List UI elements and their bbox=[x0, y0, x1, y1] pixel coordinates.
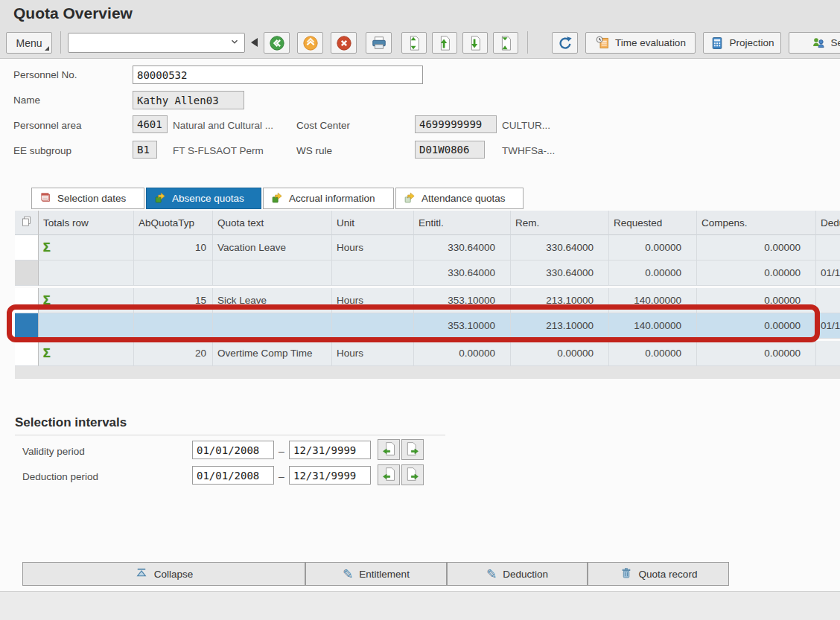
deduction-previous-interval-button[interactable] bbox=[378, 464, 400, 485]
toolbar-separator bbox=[60, 31, 61, 54]
menu-button-label: Menu bbox=[16, 37, 42, 49]
page-down-icon bbox=[467, 35, 483, 51]
back-button[interactable] bbox=[264, 32, 290, 54]
cost-center-text: CULTUR... bbox=[502, 120, 550, 131]
table-row[interactable]: Σ 10 Vacation Leave Hours 330.64000 330.… bbox=[15, 235, 840, 261]
deduction-label: Deduction bbox=[503, 569, 548, 580]
tab-label: Absence quotas bbox=[172, 193, 244, 204]
exit-button[interactable] bbox=[297, 32, 323, 54]
print-button[interactable] bbox=[366, 32, 392, 54]
page-down-up-icon bbox=[497, 35, 514, 51]
page-up-down-icon bbox=[406, 35, 422, 51]
validity-previous-interval-button[interactable] bbox=[378, 439, 400, 460]
tab-label: Accrual information bbox=[289, 193, 375, 204]
cost-center-label: Cost Center bbox=[296, 120, 350, 131]
col-compens[interactable]: Compens. bbox=[697, 211, 816, 235]
calendar-icon bbox=[39, 191, 52, 206]
col-dedu[interactable]: Dedu bbox=[816, 211, 840, 235]
tab-absence-quotas[interactable]: Absence quotas bbox=[146, 188, 261, 209]
quota-record-label: Quota record bbox=[639, 569, 698, 580]
row-selector[interactable] bbox=[15, 235, 39, 261]
row-selector[interactable] bbox=[15, 261, 39, 286]
validity-from-input[interactable] bbox=[192, 441, 274, 459]
previous-page-button[interactable] bbox=[432, 32, 457, 54]
bottom-band bbox=[0, 591, 840, 620]
time-evaluation-label: Time evaluation bbox=[615, 37, 686, 48]
menu-button[interactable]: Menu bbox=[6, 32, 52, 54]
collapse-button[interactable]: Collapse bbox=[22, 562, 305, 586]
ws-rule-code-field: D01W0806 bbox=[415, 141, 485, 159]
refresh-button[interactable] bbox=[552, 32, 578, 54]
people-icon bbox=[811, 35, 827, 51]
page-up-icon bbox=[436, 35, 453, 51]
exit-icon bbox=[302, 35, 319, 51]
sigma-icon: Σ bbox=[43, 347, 51, 360]
deduction-to-input[interactable] bbox=[289, 466, 371, 485]
deduction-button[interactable]: ✎ Deduction bbox=[447, 562, 588, 586]
personnel-area-code-field: 4601 bbox=[133, 115, 168, 133]
tab-label: Selection dates bbox=[57, 193, 126, 204]
table-row[interactable]: Σ 20 Overtime Comp Time Hours 0.00000 0.… bbox=[15, 341, 840, 366]
table-row[interactable]: Σ 15 Sick Leave Hours 353.10000 213.1000… bbox=[15, 288, 840, 313]
trash-icon bbox=[620, 566, 633, 582]
page-arrow-in-icon bbox=[381, 441, 396, 458]
entitlement-button[interactable]: ✎ Entitlement bbox=[305, 562, 447, 586]
row-selector[interactable] bbox=[15, 341, 39, 366]
tab-attendance-quotas[interactable]: Attendance quotas bbox=[395, 188, 524, 209]
tab-accrual-information[interactable]: Accrual information bbox=[263, 188, 394, 209]
back-icon bbox=[269, 35, 285, 51]
ee-subgroup-text: FT S-FLSAOT Perm bbox=[173, 145, 264, 156]
col-quota-text[interactable]: Quota text bbox=[213, 211, 332, 235]
col-requested[interactable]: Requested bbox=[609, 211, 697, 235]
table-row-subtotal[interactable]: 330.64000 330.64000 0.00000 0.00000 01/1… bbox=[15, 261, 840, 286]
page-arrow-in-icon bbox=[381, 467, 396, 484]
deduction-from-input[interactable] bbox=[192, 466, 274, 485]
tab-selection-dates[interactable]: Selection dates bbox=[31, 188, 144, 209]
ws-rule-label: WS rule bbox=[296, 145, 332, 156]
first-page-button[interactable] bbox=[401, 32, 427, 54]
projection-button[interactable]: Projection bbox=[703, 32, 781, 54]
pencil-icon: ✎ bbox=[486, 568, 497, 581]
personnel-no-label: Personnel No. bbox=[13, 69, 77, 80]
row-selector-selected[interactable] bbox=[15, 313, 39, 339]
collapse-icon bbox=[135, 566, 148, 582]
time-evaluation-button[interactable]: Time evaluation bbox=[585, 32, 696, 54]
validity-to-input[interactable] bbox=[289, 441, 371, 459]
selection-intervals-title: Selection intervals bbox=[15, 415, 127, 430]
col-rem[interactable]: Rem. bbox=[511, 211, 609, 235]
personnel-no-input[interactable] bbox=[133, 65, 423, 84]
col-entitl[interactable]: Entitl. bbox=[414, 211, 511, 235]
command-combobox[interactable] bbox=[68, 33, 245, 53]
personnel-area-label: Personnel area bbox=[13, 120, 82, 131]
sigma-icon: Σ bbox=[43, 294, 51, 307]
last-page-button[interactable] bbox=[493, 32, 518, 54]
cost-center-code-field: 4699999999 bbox=[415, 115, 497, 133]
deduction-next-interval-button[interactable] bbox=[401, 464, 424, 485]
next-page-button[interactable] bbox=[462, 32, 488, 54]
table-row-selected[interactable]: 353.10000 213.10000 140.00000 0.00000 01… bbox=[15, 313, 840, 339]
page-arrow-out-icon bbox=[405, 441, 420, 458]
select-button[interactable]: Selec bbox=[789, 32, 840, 54]
history-collapse-icon[interactable] bbox=[251, 38, 258, 47]
col-totals-row[interactable]: Totals row bbox=[39, 211, 134, 235]
command-input[interactable] bbox=[69, 33, 225, 52]
combobox-chevron-down-icon[interactable] bbox=[225, 36, 244, 50]
time-evaluation-icon bbox=[595, 35, 611, 51]
collapse-label: Collapse bbox=[154, 569, 194, 580]
col-abquotatyp[interactable]: AbQuotaTyp bbox=[134, 211, 213, 235]
quota-record-button[interactable]: Quota record bbox=[588, 562, 729, 586]
projection-label: Projection bbox=[729, 37, 774, 48]
tab-label: Attendance quotas bbox=[421, 193, 506, 204]
quota-table: Totals row AbQuotaTyp Quota text Unit En… bbox=[15, 211, 840, 366]
ee-subgroup-label: EE subgroup bbox=[13, 145, 71, 156]
col-unit[interactable]: Unit bbox=[332, 211, 414, 235]
page-title: Quota Overview bbox=[13, 4, 133, 22]
select-all-cell[interactable] bbox=[15, 211, 39, 235]
validity-next-interval-button[interactable] bbox=[401, 439, 424, 460]
name-label: Name bbox=[13, 95, 40, 106]
calculator-icon bbox=[710, 36, 725, 51]
ee-subgroup-code-field: B1 bbox=[133, 141, 157, 159]
sigma-icon: Σ bbox=[43, 241, 51, 255]
cancel-button[interactable] bbox=[331, 32, 357, 54]
row-selector[interactable] bbox=[15, 288, 39, 313]
